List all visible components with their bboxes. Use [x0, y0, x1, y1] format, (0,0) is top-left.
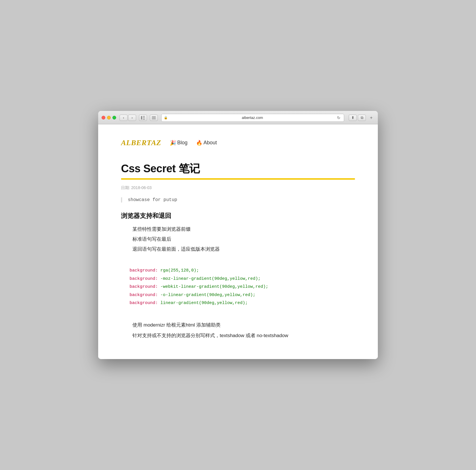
about-link[interactable]: 🔥 About [196, 140, 217, 146]
code-line-3: background: -webkit-linear-gradient(90de… [130, 283, 346, 291]
forward-button[interactable]: › [128, 115, 136, 121]
url-text: albertaz.com [169, 116, 336, 120]
site-nav: ALBERTAZ 🎉 Blog 🔥 About [121, 139, 355, 147]
section2-para-1: 使用 modernizr 给根元素html 添加辅助类 [132, 321, 355, 329]
svg-rect-4 [152, 116, 156, 117]
address-bar[interactable]: 🔒 albertaz.com ↻ [161, 114, 344, 122]
article-title: Css Secret 笔记 [121, 161, 355, 176]
blog-label: Blog [177, 140, 187, 146]
code-line-5: background: linear-gradient(90deg,yellow… [130, 299, 346, 307]
about-emoji: 🔥 [196, 140, 202, 146]
section1-title: 浏览器支持和退回 [121, 212, 355, 220]
svg-rect-1 [143, 116, 145, 117]
back-button[interactable]: ‹ [120, 115, 128, 121]
svg-rect-2 [143, 118, 145, 118]
lock-icon: 🔒 [164, 116, 168, 119]
list-item: 退回语句写在最前面，适应低版本浏览器 [132, 245, 355, 253]
maximize-button[interactable] [112, 116, 116, 119]
title-bar: ‹ › � [98, 111, 378, 124]
right-buttons: ⬆ ⧉ [349, 115, 366, 121]
article-date: 日期: 2018-06-03 [121, 185, 355, 191]
section2-para-2: 针对支持或不支持的浏览器分别写样式，textshadow 或者 no-texts… [132, 332, 355, 340]
article: Css Secret 笔记 日期: 2018-06-03 showcase fo… [121, 161, 355, 340]
svg-rect-3 [143, 119, 145, 119]
svg-rect-5 [152, 118, 156, 118]
new-tab-button[interactable]: + [368, 115, 374, 121]
svg-rect-6 [152, 119, 156, 119]
browser-window: ‹ › � [98, 111, 378, 359]
section1-list: 某些特性需要加浏览器前缀 标准语句写在最后 退回语句写在最前面，适应低版本浏览器 [121, 225, 355, 253]
page-content: ALBERTAZ 🎉 Blog 🔥 About Css Secret 笔记 日期… [98, 124, 378, 359]
blog-emoji: 🎉 [170, 140, 176, 146]
minimize-button[interactable] [107, 116, 111, 119]
code-line-2: background: -moz-linear-gradient(90deg,y… [130, 275, 346, 283]
close-button[interactable] [102, 116, 105, 119]
browser-chrome: ‹ › � [98, 111, 378, 124]
list-item: 某些特性需要加浏览器前缀 [132, 225, 355, 233]
nav-buttons: ‹ › [120, 115, 136, 121]
list-item: 标准语句写在最后 [132, 235, 355, 243]
svg-rect-0 [141, 116, 142, 119]
menu-button[interactable] [150, 115, 158, 121]
reload-button[interactable]: ↻ [336, 115, 342, 121]
blog-link[interactable]: 🎉 Blog [170, 140, 187, 146]
duplicate-button[interactable]: ⧉ [358, 115, 366, 121]
title-underline [121, 178, 355, 180]
date-label: 日期: [121, 185, 130, 190]
article-quote: showcase for putup [121, 197, 355, 202]
sidebar-toggle-button[interactable] [139, 115, 147, 121]
code-line-4: background: -o-linear-gradient(90deg,yel… [130, 291, 346, 299]
share-button[interactable]: ⬆ [349, 115, 357, 121]
code-line-1: background: rga(255,128,0); [130, 267, 346, 275]
code-block: background: rga(255,128,0); background: … [121, 261, 355, 313]
site-logo: ALBERTAZ [121, 139, 161, 147]
date-value: 2018-06-03 [131, 185, 152, 190]
traffic-lights [102, 116, 116, 119]
about-label: About [203, 140, 217, 146]
section2-text: 使用 modernizr 给根元素html 添加辅助类 针对支持或不支持的浏览器… [121, 321, 355, 340]
